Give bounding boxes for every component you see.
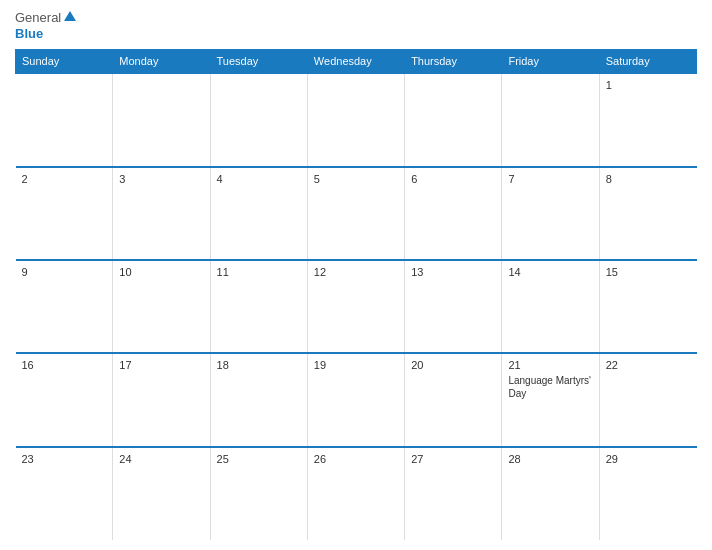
header: General Blue xyxy=(15,10,697,41)
day-cell: 12 xyxy=(307,260,404,353)
day-cell: 20 xyxy=(405,353,502,446)
day-cell xyxy=(502,73,599,166)
day-number: 6 xyxy=(411,173,495,185)
day-cell: 28 xyxy=(502,447,599,540)
day-number: 2 xyxy=(22,173,107,185)
day-cell: 1 xyxy=(599,73,696,166)
week-row-2: 2345678 xyxy=(16,167,697,260)
day-cell: 21Language Martyrs' Day xyxy=(502,353,599,446)
day-cell: 13 xyxy=(405,260,502,353)
day-cell xyxy=(16,73,113,166)
day-number: 29 xyxy=(606,453,691,465)
logo-wrapper: General Blue xyxy=(15,10,76,41)
day-number: 15 xyxy=(606,266,691,278)
day-cell xyxy=(113,73,210,166)
day-cell: 4 xyxy=(210,167,307,260)
day-number: 20 xyxy=(411,359,495,371)
day-cell: 6 xyxy=(405,167,502,260)
day-cell xyxy=(405,73,502,166)
event-label: Language Martyrs' Day xyxy=(508,374,592,400)
day-header-wednesday: Wednesday xyxy=(307,50,404,74)
logo-general-text: General xyxy=(15,10,61,26)
day-cell xyxy=(210,73,307,166)
day-number: 25 xyxy=(217,453,301,465)
day-header-friday: Friday xyxy=(502,50,599,74)
day-number: 28 xyxy=(508,453,592,465)
day-number: 22 xyxy=(606,359,691,371)
day-number: 26 xyxy=(314,453,398,465)
day-cell: 16 xyxy=(16,353,113,446)
day-cell: 24 xyxy=(113,447,210,540)
logo-blue-text: Blue xyxy=(15,26,43,42)
day-header-monday: Monday xyxy=(113,50,210,74)
day-cell: 5 xyxy=(307,167,404,260)
day-number: 18 xyxy=(217,359,301,371)
day-number: 3 xyxy=(119,173,203,185)
day-header-tuesday: Tuesday xyxy=(210,50,307,74)
day-cell: 15 xyxy=(599,260,696,353)
day-number: 17 xyxy=(119,359,203,371)
day-cell: 3 xyxy=(113,167,210,260)
day-number: 11 xyxy=(217,266,301,278)
day-cell: 17 xyxy=(113,353,210,446)
day-number: 13 xyxy=(411,266,495,278)
day-cell: 11 xyxy=(210,260,307,353)
days-header-row: SundayMondayTuesdayWednesdayThursdayFrid… xyxy=(16,50,697,74)
day-number: 19 xyxy=(314,359,398,371)
week-row-1: 1 xyxy=(16,73,697,166)
day-number: 9 xyxy=(22,266,107,278)
week-row-3: 9101112131415 xyxy=(16,260,697,353)
day-number: 16 xyxy=(22,359,107,371)
day-cell: 14 xyxy=(502,260,599,353)
day-cell: 26 xyxy=(307,447,404,540)
day-number: 27 xyxy=(411,453,495,465)
day-cell: 8 xyxy=(599,167,696,260)
day-cell: 19 xyxy=(307,353,404,446)
logo: General Blue xyxy=(15,10,76,41)
day-number: 12 xyxy=(314,266,398,278)
day-cell: 18 xyxy=(210,353,307,446)
day-number: 21 xyxy=(508,359,592,371)
day-number: 23 xyxy=(22,453,107,465)
day-cell: 27 xyxy=(405,447,502,540)
day-number: 14 xyxy=(508,266,592,278)
day-header-sunday: Sunday xyxy=(16,50,113,74)
day-number: 10 xyxy=(119,266,203,278)
day-cell: 23 xyxy=(16,447,113,540)
calendar-table: SundayMondayTuesdayWednesdayThursdayFrid… xyxy=(15,49,697,540)
day-number: 5 xyxy=(314,173,398,185)
calendar-container: General Blue SundayMondayTuesdayWednesda… xyxy=(0,0,712,550)
day-cell: 22 xyxy=(599,353,696,446)
day-number: 8 xyxy=(606,173,691,185)
day-cell: 2 xyxy=(16,167,113,260)
day-number: 1 xyxy=(606,79,691,91)
week-row-5: 23242526272829 xyxy=(16,447,697,540)
day-cell: 10 xyxy=(113,260,210,353)
day-number: 24 xyxy=(119,453,203,465)
day-cell: 9 xyxy=(16,260,113,353)
day-cell: 7 xyxy=(502,167,599,260)
week-row-4: 161718192021Language Martyrs' Day22 xyxy=(16,353,697,446)
logo-triangle-icon xyxy=(64,11,76,21)
day-number: 7 xyxy=(508,173,592,185)
day-header-saturday: Saturday xyxy=(599,50,696,74)
day-cell: 29 xyxy=(599,447,696,540)
day-header-thursday: Thursday xyxy=(405,50,502,74)
day-number: 4 xyxy=(217,173,301,185)
day-cell: 25 xyxy=(210,447,307,540)
day-cell xyxy=(307,73,404,166)
